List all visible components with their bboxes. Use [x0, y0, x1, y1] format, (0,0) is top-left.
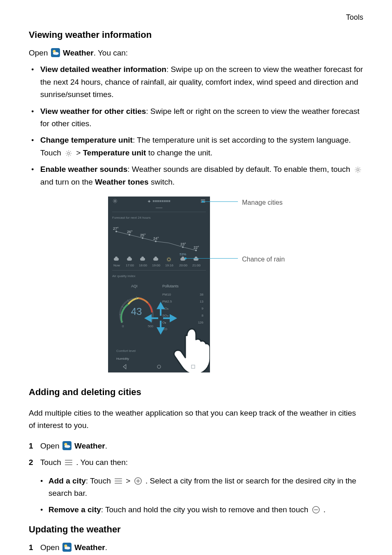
bullet-sep: > [76, 148, 83, 157]
bullet-title: View weather for other cities [40, 107, 146, 116]
text: . You can: [94, 49, 128, 57]
bullet-title: Add a city [48, 476, 86, 485]
app-name: Weather [74, 442, 105, 450]
svg-rect-20 [191, 365, 195, 368]
step-open-weather: Open Weather. [29, 440, 363, 452]
bullet-other-cities: View weather for other cities: Swipe lef… [29, 105, 363, 130]
gear-icon [353, 165, 362, 174]
bullet-detailed-weather: View detailed weather information: Swipe… [29, 63, 363, 101]
recents-icon[interactable] [190, 363, 196, 370]
home-icon[interactable] [156, 363, 162, 370]
bullet-text: : Weather sounds are disabled by default… [127, 165, 352, 173]
location-label: ■■■■■■■■ [148, 198, 171, 204]
text: : Touch and hold the city you wish to re… [101, 505, 311, 514]
hourly-forecast[interactable]: 27° 26° 25° 24° 23° 22° 53% [112, 223, 206, 268]
bullet-weather-sounds: Enable weather sounds: Weather sounds ar… [29, 163, 363, 188]
separator: > [126, 476, 132, 485]
hour-label: 17:00 [124, 263, 136, 268]
svg-point-5 [357, 169, 359, 171]
weather-figure: ■■■■■■■■ ━━━━ Forecast for next 24 hours [29, 197, 363, 372]
hour-label: Now [111, 263, 123, 268]
weather-app-icon [62, 543, 71, 552]
text: : Touch [86, 476, 113, 485]
bullet-title: Change temperature unit [40, 136, 133, 144]
step-open-weather: Open Weather. [29, 541, 363, 554]
svg-point-39 [65, 547, 68, 549]
back-icon[interactable] [122, 363, 128, 370]
heading-viewing-weather: Viewing weather information [29, 28, 363, 42]
svg-point-3 [53, 52, 56, 55]
text: Open [40, 543, 62, 552]
text: Touch [40, 458, 63, 467]
svg-marker-15 [157, 302, 165, 316]
text: Open [40, 442, 62, 450]
text: . [323, 505, 325, 514]
menu-icon [64, 458, 73, 467]
text: . [105, 442, 107, 450]
forecast-section-title: Forecast for next 24 hours [112, 215, 206, 221]
phone-mockup: ■■■■■■■■ ━━━━ Forecast for next 24 hours [108, 197, 210, 372]
callout-chance-of-rain: Chance of rain [242, 254, 285, 265]
air-quality-title: Air quality index [112, 274, 206, 279]
aqi-min: 0 [122, 324, 124, 329]
app-name: Weather [74, 543, 105, 552]
bullet-title: Remove a city [48, 505, 101, 514]
hour-label: 21:00 [190, 263, 203, 268]
plus-circle-icon [134, 476, 143, 486]
gear-icon[interactable] [112, 198, 118, 204]
callout-manage-cities: Manage cities [242, 197, 283, 208]
heading-updating-weather: Updating the weather [29, 522, 363, 536]
text: . You can then: [76, 458, 128, 467]
bullet-remove-city: Remove a city: Touch and hold the city y… [40, 504, 363, 516]
android-navbar[interactable] [108, 363, 210, 370]
step-touch-menu: Touch . You can then: Add a city: Touch … [29, 456, 363, 516]
bullet-text: and turn on the [40, 178, 95, 186]
bullet-text: switch. [149, 178, 175, 186]
hour-label: 18:00 [137, 263, 149, 268]
temperature-unit-label: Temperature unit [83, 148, 146, 157]
bullet-text: to change the unit. [146, 148, 212, 157]
text: . [105, 543, 107, 552]
bullet-temperature-unit: Change temperature unit: The temperature… [29, 134, 363, 159]
bullet-add-city: Add a city: Touch > . Select a city from… [40, 475, 363, 500]
intro-line: Open Weather. You can: [29, 47, 363, 59]
gear-icon [64, 149, 73, 158]
svg-marker-17 [144, 314, 158, 322]
bullet-title: View detailed weather information [40, 65, 166, 74]
svg-point-6 [114, 200, 116, 202]
svg-point-4 [67, 152, 69, 154]
text: Open [29, 49, 50, 57]
comfort-section-title: Comfort level [116, 349, 157, 354]
svg-marker-16 [157, 321, 165, 335]
weather-app-icon [62, 441, 71, 450]
minus-circle-icon [311, 505, 321, 514]
menu-icon [114, 476, 123, 486]
weather-tones-label: Weather tones [95, 178, 149, 186]
page-category: Tools [29, 12, 363, 23]
weather-app-icon [51, 48, 60, 57]
pollutants-title: Pollutants [162, 283, 208, 289]
section-intro: Add multiple cities to the weather appli… [29, 407, 363, 432]
svg-point-19 [157, 365, 161, 368]
aqi-label: AQI [131, 283, 138, 289]
svg-point-24 [65, 445, 68, 448]
bullet-title: Enable weather sounds [40, 165, 127, 173]
hour-label: 19:00 [150, 263, 162, 268]
hour-label: 20:00 [177, 263, 189, 268]
hour-label: 19:16 [163, 263, 175, 268]
heading-adding-deleting: Adding and deleting cities [29, 385, 363, 399]
comfort-item: Humidity [116, 356, 157, 362]
app-name: Weather [63, 49, 94, 57]
